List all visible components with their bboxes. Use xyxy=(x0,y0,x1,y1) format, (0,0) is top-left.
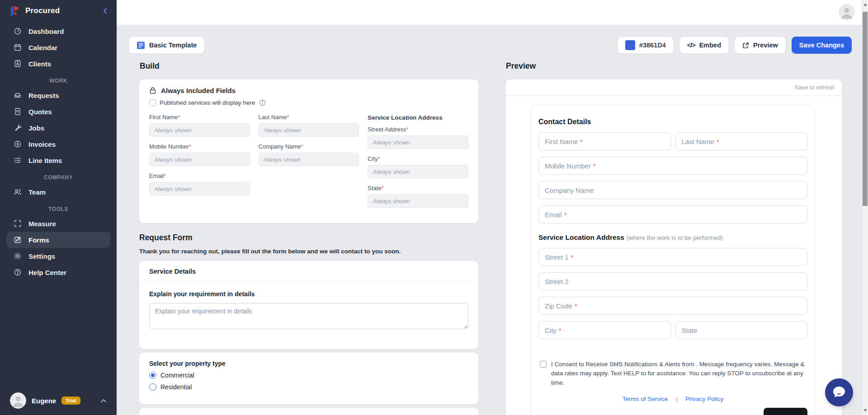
street2-row: Street 2 xyxy=(538,272,807,290)
email-row: Email* xyxy=(538,205,807,224)
preview-state-field[interactable]: State xyxy=(675,321,808,339)
service-details-body: Explain your requirement in details xyxy=(139,282,478,349)
preview-email-field[interactable]: Email* xyxy=(538,205,807,224)
dashboard-icon xyxy=(14,27,22,35)
app-screen: Procured Dashboard Calendar Clients WORK xyxy=(0,0,868,415)
team-icon xyxy=(14,188,22,196)
preview-street2-field[interactable]: Street 2 xyxy=(538,272,807,290)
sidebar-item-quotes[interactable]: Quotes xyxy=(6,103,110,120)
sidebar-item-forms[interactable]: Forms xyxy=(6,232,110,248)
sidebar-item-team[interactable]: Team xyxy=(6,184,110,200)
always-fields-col3: Service Location Address Street Address*… xyxy=(368,114,468,214)
email-field-group: Email* xyxy=(149,173,250,196)
always-included-title-row: Always Included Fields xyxy=(149,87,468,94)
street1-row: Street 1* xyxy=(538,248,807,266)
first-name-field-group: First Name* xyxy=(149,114,250,137)
street-address-input[interactable] xyxy=(368,135,468,149)
radio-residential[interactable] xyxy=(149,383,156,391)
last-name-input[interactable] xyxy=(259,123,359,137)
service-details-title: Service Details xyxy=(139,261,478,282)
radio-commercial[interactable] xyxy=(149,372,156,379)
next-section-card xyxy=(139,408,478,415)
property-option-residential[interactable]: Residential xyxy=(149,383,468,391)
contact-details-title: Contact Details xyxy=(538,118,807,126)
scroll-down-arrow[interactable] xyxy=(863,409,867,412)
preview-city-field[interactable]: City* xyxy=(538,321,671,339)
account-avatar[interactable] xyxy=(839,4,855,20)
sidebar-item-line-items[interactable]: Line Items xyxy=(6,152,110,168)
page-scrollbar[interactable] xyxy=(862,0,868,415)
service-location-title: Service Location Address(where the work … xyxy=(538,233,807,242)
sms-consent-checkbox[interactable] xyxy=(540,361,547,368)
email-input[interactable] xyxy=(149,182,250,196)
submit-button[interactable] xyxy=(764,408,807,415)
service-details-card: Service Details Explain your requirement… xyxy=(139,261,478,349)
company-name-input[interactable] xyxy=(259,153,359,166)
publish-services-checkbox[interactable] xyxy=(149,99,156,106)
city-input[interactable] xyxy=(368,165,468,178)
chat-bubble-icon xyxy=(831,385,847,400)
lock-icon xyxy=(149,87,156,94)
external-link-icon xyxy=(742,42,749,49)
property-type-card: Select your property type Commercial Res… xyxy=(139,353,478,404)
user-menu[interactable]: Eugene Trial xyxy=(0,386,117,415)
brand-color-picker[interactable]: #3861D4 xyxy=(618,37,674,54)
sidebar-item-dashboard[interactable]: Dashboard xyxy=(6,23,110,39)
jobs-icon xyxy=(14,124,22,132)
requirement-textarea[interactable] xyxy=(149,303,468,329)
app-title: Procured xyxy=(25,6,97,15)
invoices-icon: $ xyxy=(14,140,22,148)
user-name: Eugene xyxy=(32,397,56,405)
privacy-policy-link[interactable]: Privacy Policy xyxy=(685,396,723,402)
preview-street1-field[interactable]: Street 1* xyxy=(538,248,807,266)
line-items-icon xyxy=(14,156,22,164)
sidebar-item-requests[interactable]: Requests xyxy=(6,87,110,103)
terms-of-service-link[interactable]: Terms of Service xyxy=(623,396,668,402)
always-fields-col2: Last Name* Company Name* xyxy=(259,114,359,214)
mobile-number-field-group: Mobile Number* xyxy=(149,143,250,166)
build-column: Always Included Fields Published service… xyxy=(139,79,478,415)
save-changes-button[interactable]: Save Changes xyxy=(792,37,852,54)
preview-panel: Save to refresh Contact Details First Na… xyxy=(506,79,842,415)
preview-button[interactable]: Preview xyxy=(735,37,786,54)
settings-icon xyxy=(14,252,22,260)
sidebar-item-settings[interactable]: Settings xyxy=(6,248,110,264)
always-included-card: Always Included Fields Published service… xyxy=(139,79,478,223)
chevron-up-icon[interactable] xyxy=(100,399,107,403)
property-option-commercial[interactable]: Commercial xyxy=(149,372,468,379)
preview-company-field[interactable]: Company Name xyxy=(538,181,807,199)
sidebar-item-invoices[interactable]: $ Invoices xyxy=(6,136,110,152)
collapse-sidebar-icon[interactable] xyxy=(102,8,108,14)
preview-mobile-field[interactable]: Mobile Number* xyxy=(538,157,807,175)
topbar xyxy=(117,0,868,25)
trial-badge: Trial xyxy=(61,396,80,405)
company-name-field-group: Company Name* xyxy=(259,143,359,166)
sidebar-item-clients[interactable]: Clients xyxy=(6,56,110,72)
sidebar-item-measure[interactable]: Measure xyxy=(6,215,110,232)
logo-row: Procured xyxy=(0,0,117,19)
sidebar-item-help-center[interactable]: Help Center xyxy=(6,264,110,280)
scroll-up-arrow[interactable] xyxy=(863,3,867,6)
mobile-row: Mobile Number* xyxy=(538,157,807,175)
basic-template-button[interactable]: Basic Template xyxy=(129,37,204,54)
sidebar-item-jobs[interactable]: Jobs xyxy=(6,120,110,136)
preview-last-name-field[interactable]: Last Name* xyxy=(675,132,808,150)
help-icon xyxy=(14,268,22,276)
sidebar-section-tools: TOOLS xyxy=(0,206,117,212)
sidebar-item-calendar[interactable]: Calendar xyxy=(6,39,110,56)
preview-heading: Preview xyxy=(506,61,536,71)
property-type-label: Select your property type xyxy=(149,360,468,367)
embed-button[interactable]: </> Embed xyxy=(679,37,729,54)
sms-consent-text: I Consent to Receive SMS Notifications &… xyxy=(551,360,806,387)
save-to-refresh-hint: Save to refresh xyxy=(795,84,835,91)
scrollbar-thumb[interactable] xyxy=(863,12,868,206)
name-row: First Name* Last Name* xyxy=(538,132,807,150)
preview-zip-field[interactable]: Zip Code* xyxy=(538,297,807,315)
state-input[interactable] xyxy=(368,194,468,208)
always-fields-grid: First Name* Mobile Number* Email* Last N… xyxy=(149,114,468,214)
chat-launcher-button[interactable] xyxy=(825,378,853,406)
preview-first-name-field[interactable]: First Name* xyxy=(538,132,671,150)
first-name-input[interactable] xyxy=(149,123,250,137)
mobile-number-input[interactable] xyxy=(149,153,250,166)
forms-icon xyxy=(14,236,22,244)
